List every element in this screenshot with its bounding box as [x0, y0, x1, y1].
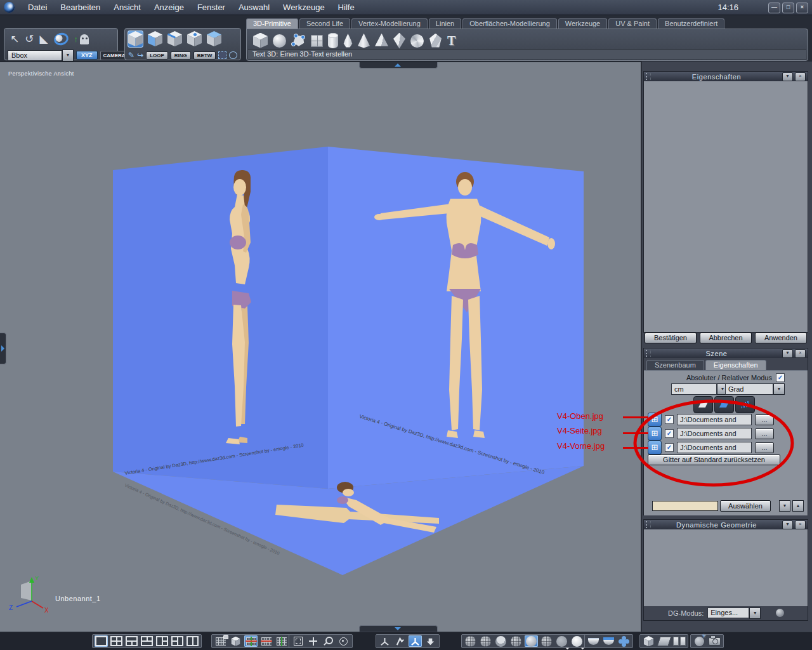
dome-open-button[interactable] [587, 635, 600, 647]
dg-mode-dropdown[interactable]: Einges... ▼ [707, 607, 761, 619]
chevron-down-icon[interactable]: ▼ [773, 383, 785, 395]
loop-button[interactable]: LOOP [146, 51, 168, 60]
layout-v-hleft-button[interactable] [171, 635, 184, 647]
betw-button[interactable]: BETW [193, 51, 216, 60]
browse-button[interactable]: ... [755, 442, 774, 453]
drag-grip-icon[interactable] [646, 350, 651, 357]
primitive-cylinder-icon[interactable] [328, 34, 338, 48]
tab-oberflaechen-modellierung[interactable]: Oberflächen-Modellierung [462, 18, 557, 29]
chevron-down-icon[interactable]: ▼ [779, 500, 790, 512]
render-sphere-button[interactable]: ✳ [693, 635, 706, 647]
redo-icon[interactable]: ↺ [25, 33, 34, 46]
select-button[interactable]: Auswählen [720, 500, 771, 512]
chevron-down-icon[interactable]: ▼ [749, 607, 761, 619]
primitive-faceted-sphere-icon[interactable] [410, 34, 424, 48]
browse-button[interactable]: ... [755, 428, 774, 439]
drag-grip-icon[interactable] [646, 73, 651, 80]
primitive-plane-icon[interactable] [311, 35, 323, 47]
apply-button[interactable]: Anwenden [755, 333, 807, 343]
close-icon[interactable]: × [796, 3, 808, 13]
axis-tripod-button[interactable] [378, 635, 391, 647]
solid-prism-button[interactable] [657, 635, 671, 647]
menu-datei[interactable]: Datei [28, 3, 47, 12]
dg-panel-titlebar[interactable]: Dynamische Geometrie ▼ × [644, 520, 808, 529]
select-soft-button[interactable] [206, 30, 222, 48]
primitive-teardrop-icon[interactable] [343, 34, 353, 48]
tab-linien[interactable]: Linien [429, 18, 461, 29]
look-at-button[interactable] [337, 635, 350, 647]
grid-cross-axes-button[interactable] [244, 635, 258, 647]
tab-werkzeuge[interactable]: Werkzeuge [558, 18, 607, 29]
menu-anzeige[interactable]: Anzeige [154, 3, 184, 12]
solid-cube-button[interactable] [642, 635, 655, 647]
layout-quad-button[interactable] [110, 635, 123, 647]
drag-grip-icon[interactable] [646, 521, 651, 528]
panel-menu-icon[interactable]: ▼ [782, 349, 793, 358]
grid-y-axis-button[interactable] [275, 635, 288, 647]
chevron-up-icon[interactable]: ▲ [792, 500, 804, 512]
panel-close-icon[interactable]: × [795, 349, 806, 358]
grid-row-path[interactable]: J:\Documents and [677, 414, 752, 425]
cancel-button[interactable]: Abbrechen [700, 333, 752, 343]
select-object-button[interactable] [128, 30, 143, 48]
menu-ansicht[interactable]: Ansicht [114, 3, 141, 12]
sphere-matte-button[interactable] [555, 635, 568, 647]
layout-columns-button[interactable] [186, 635, 199, 647]
marquee-select-icon[interactable] [218, 51, 226, 59]
grid-plane-light-icon[interactable] [693, 396, 713, 413]
grid-cube-icon[interactable]: ⊞ [648, 413, 662, 427]
browse-button[interactable]: ... [755, 415, 774, 425]
tab-szenenbaum[interactable]: Szenenbaum [646, 360, 704, 370]
minimize-icon[interactable]: — [768, 3, 780, 13]
tab-3d-primitive[interactable]: 3D-Primitive [246, 18, 298, 29]
grid-row-checkbox[interactable]: ✓ [665, 429, 674, 438]
primitive-gem-icon[interactable] [429, 34, 442, 48]
grid-lock-button[interactable] [214, 635, 227, 647]
grid-cube-icon[interactable]: ⊞ [648, 441, 662, 454]
pen-icon[interactable]: ✎ [128, 49, 134, 62]
cube-lock-button[interactable] [229, 635, 242, 647]
undo-icon[interactable]: ↖ [10, 33, 19, 46]
primitive-cube-icon[interactable] [253, 33, 268, 49]
tab-vertex-modellierung[interactable]: Vertex-Modellierung [351, 18, 428, 29]
sphere-smooth-button[interactable] [525, 635, 538, 647]
layout-h-vtop-button[interactable] [140, 635, 154, 647]
render-camera-button[interactable] [708, 635, 721, 647]
layout-h-vbottom-button[interactable] [125, 635, 138, 647]
dome-closed-button[interactable] [602, 635, 615, 647]
grid-row-path[interactable]: J:\Documents and [677, 442, 752, 453]
menu-hilfe[interactable]: Hilfe [338, 3, 355, 12]
sphere-cluster-button[interactable] [617, 635, 631, 647]
primitive-facet-icon[interactable] [291, 34, 306, 48]
mode-checkbox[interactable]: ✓ [776, 373, 785, 382]
sphere-bright-button[interactable] [570, 635, 584, 647]
sphere-wire-button[interactable] [464, 635, 477, 647]
zoom-region-button[interactable] [322, 635, 335, 647]
tab-second-life[interactable]: Second Life [299, 18, 350, 29]
angle-dropdown[interactable]: Grad ▼ [725, 383, 785, 395]
ellipse-select-icon[interactable] [229, 51, 237, 59]
primitive-cone-icon[interactable] [358, 34, 370, 48]
jump-arrow-button[interactable] [393, 635, 407, 647]
pick-cone-icon[interactable]: ◣ [40, 33, 48, 46]
menu-fenster[interactable]: Fenster [197, 3, 225, 12]
select-face-button[interactable] [147, 30, 163, 48]
grid-row-path[interactable]: J:\Documents and [677, 428, 752, 439]
viewport[interactable]: Victoria 4 - Original by Daz3D, http://w… [0, 62, 642, 632]
select-edge-button[interactable] [167, 30, 183, 48]
primitive-sphere-icon[interactable] [273, 34, 286, 48]
grid-row-checkbox[interactable]: ✓ [665, 415, 674, 424]
grid-row-checkbox[interactable]: ✓ [665, 443, 674, 452]
left-panel-handle[interactable] [0, 333, 6, 364]
reset-grid-button[interactable]: Gitter auf Standard zurücksetzen [648, 454, 780, 465]
top-panel-handle[interactable] [359, 62, 438, 69]
xyz-button[interactable]: XYZ [76, 51, 98, 60]
sphere-wire-shaded-button[interactable] [509, 635, 523, 647]
unit-dropdown[interactable]: cm ▼ [671, 383, 728, 395]
ghost-manipulator-icon[interactable] [80, 34, 89, 44]
drop-selection-button[interactable] [424, 635, 437, 647]
tab-benutzerdefiniert[interactable]: Benutzerdefiniert [658, 18, 724, 29]
grid-cube-icon[interactable]: ⊞ [648, 427, 662, 441]
ring-button[interactable]: RING [171, 51, 191, 60]
scene-panel-titlebar[interactable]: Szene ▼ × [644, 348, 808, 358]
